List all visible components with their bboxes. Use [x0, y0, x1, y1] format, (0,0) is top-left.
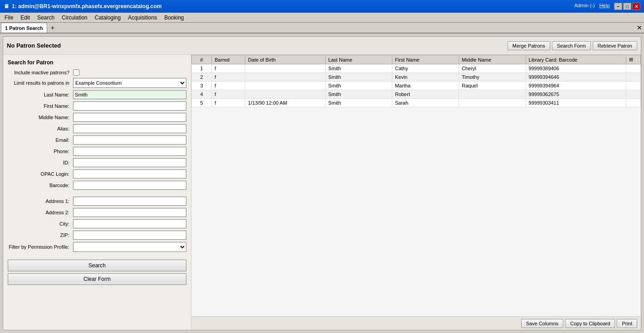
middle-name-input[interactable]: [73, 113, 186, 122]
col-header-middle-name[interactable]: Middle Name: [459, 55, 526, 64]
limit-results-select[interactable]: Example Consortium: [73, 78, 186, 88]
cell-barred: f: [212, 99, 245, 107]
menu-circulation[interactable]: Circulation: [59, 14, 90, 22]
cell-expand: [626, 90, 640, 99]
search-panel-title: Search for Patron: [8, 59, 186, 66]
cell-library-card: 99999394964: [526, 82, 626, 90]
cell-last-name: Smith: [325, 64, 392, 73]
table-row[interactable]: 2 f Smith Kevin Timothy 99999394646: [192, 73, 641, 82]
col-header-expand[interactable]: ⊞: [626, 55, 640, 64]
col-header-library-card[interactable]: Library Card: Barcode: [526, 55, 626, 64]
email-input[interactable]: [73, 135, 186, 145]
cell-first-name: Martha: [392, 82, 459, 90]
tab-patron-search[interactable]: 1 Patron Search: [1, 23, 47, 33]
menu-file[interactable]: File: [2, 14, 16, 22]
cell-dob: 1/13/90 12:00 AM: [245, 99, 325, 107]
phone-input[interactable]: [73, 147, 186, 156]
title-bar-left: 🖥 1: admin@BR1-winxpvmfx.phasefx.evergre…: [4, 3, 161, 10]
table-row[interactable]: 4 f Smith Robert 99999362675: [192, 90, 641, 99]
first-name-label: First Name:: [8, 103, 71, 109]
col-header-barred[interactable]: Barred: [212, 55, 245, 64]
minimize-button[interactable]: –: [614, 3, 622, 10]
include-inactive-checkbox[interactable]: [73, 69, 79, 76]
print-button[interactable]: Print: [617, 319, 637, 328]
opac-login-label: OPAC Login:: [8, 171, 71, 177]
table-row[interactable]: 5 f 1/13/90 12:00 AM Smith Sarah 9999930…: [192, 99, 641, 107]
cell-last-name: Smith: [325, 73, 392, 82]
cell-expand: [626, 73, 640, 82]
alias-row: Alias:: [8, 124, 186, 133]
maximize-button[interactable]: □: [623, 3, 631, 10]
zip-label: ZIP:: [8, 232, 71, 238]
results-tbody: 1 f Smith Cathy Cheryl 99999389406 2 f S…: [192, 64, 641, 107]
save-columns-button[interactable]: Save Columns: [521, 319, 564, 328]
last-name-label: Last Name:: [8, 92, 71, 97]
limit-results-label: Limit results to patrons in: [8, 80, 71, 86]
address2-row: Address 2:: [8, 208, 186, 217]
tab-add-button[interactable]: +: [47, 23, 58, 33]
help-label[interactable]: Help: [599, 3, 610, 10]
id-input[interactable]: [73, 158, 186, 167]
email-row: Email:: [8, 135, 186, 145]
barcode-input[interactable]: [73, 181, 186, 190]
patron-status: No Patron Selected: [7, 42, 61, 49]
barcode-label: Barcode:: [8, 183, 71, 188]
col-header-last-name[interactable]: Last Name: [325, 55, 392, 64]
alias-label: Alias:: [8, 126, 71, 131]
filter-profile-select[interactable]: [73, 242, 186, 252]
title-bar-controls: Admin (-) Help – □ ✕: [574, 3, 640, 10]
copy-clipboard-button[interactable]: Copy to Clipboard: [565, 319, 615, 328]
merge-patrons-button[interactable]: Merge Patrons: [507, 41, 550, 50]
cell-barred: f: [212, 90, 245, 99]
middle-name-row: Middle Name:: [8, 113, 186, 122]
main-container: No Patron Selected Merge Patrons Search …: [3, 36, 641, 330]
first-name-input[interactable]: [73, 101, 186, 111]
tab-bar: 1 Patron Search + ✕: [0, 23, 644, 34]
retrieve-patron-button[interactable]: Retrieve Patron: [593, 41, 637, 50]
menu-cataloging[interactable]: Cataloging: [92, 14, 123, 22]
table-row[interactable]: 3 f Smith Martha Raquel 99999394964: [192, 82, 641, 90]
last-name-row: Last Name:: [8, 90, 186, 99]
limit-results-row: Limit results to patrons in Example Cons…: [8, 78, 186, 88]
address2-input[interactable]: [73, 208, 186, 217]
cell-middle-name: Cheryl: [459, 64, 526, 73]
barcode-row: Barcode:: [8, 181, 186, 190]
city-row: City:: [8, 219, 186, 228]
alias-input[interactable]: [73, 124, 186, 133]
cell-barred: f: [212, 64, 245, 73]
zip-row: ZIP:: [8, 231, 186, 240]
search-button[interactable]: Search: [8, 260, 186, 271]
menu-booking[interactable]: Booking: [161, 14, 186, 22]
zip-input[interactable]: [73, 231, 186, 240]
col-header-dob[interactable]: Date of Birth: [245, 55, 325, 64]
search-form-button[interactable]: Search Form: [552, 41, 591, 50]
cell-expand: [626, 64, 640, 73]
menu-edit[interactable]: Edit: [18, 14, 33, 22]
cell-barred: f: [212, 82, 245, 90]
cell-last-name: Smith: [325, 90, 392, 99]
city-input[interactable]: [73, 219, 186, 228]
cell-num: 4: [192, 90, 212, 99]
cell-middle-name: [459, 90, 526, 99]
cell-dob: [245, 64, 325, 73]
cell-barred: f: [212, 73, 245, 82]
col-header-first-name[interactable]: First Name: [392, 55, 459, 64]
cell-library-card: 99999303411: [526, 99, 626, 107]
col-header-num[interactable]: #: [192, 55, 212, 64]
menu-search[interactable]: Search: [34, 14, 57, 22]
address1-input[interactable]: [73, 197, 186, 206]
cell-last-name: Smith: [325, 82, 392, 90]
title-bar-icon: 🖥: [4, 3, 9, 10]
cell-middle-name: [459, 99, 526, 107]
table-row[interactable]: 1 f Smith Cathy Cheryl 99999389406: [192, 64, 641, 73]
opac-login-input[interactable]: [73, 169, 186, 179]
menu-acquisitions[interactable]: Acquisitions: [125, 14, 160, 22]
cell-dob: [245, 90, 325, 99]
close-all-tabs[interactable]: ✕: [637, 24, 642, 31]
clear-form-button[interactable]: Clear Form: [8, 273, 186, 285]
last-name-input[interactable]: [73, 90, 186, 99]
cell-first-name: Robert: [392, 90, 459, 99]
cell-library-card: 99999394646: [526, 73, 626, 82]
cell-num: 3: [192, 82, 212, 90]
close-button[interactable]: ✕: [632, 3, 640, 10]
